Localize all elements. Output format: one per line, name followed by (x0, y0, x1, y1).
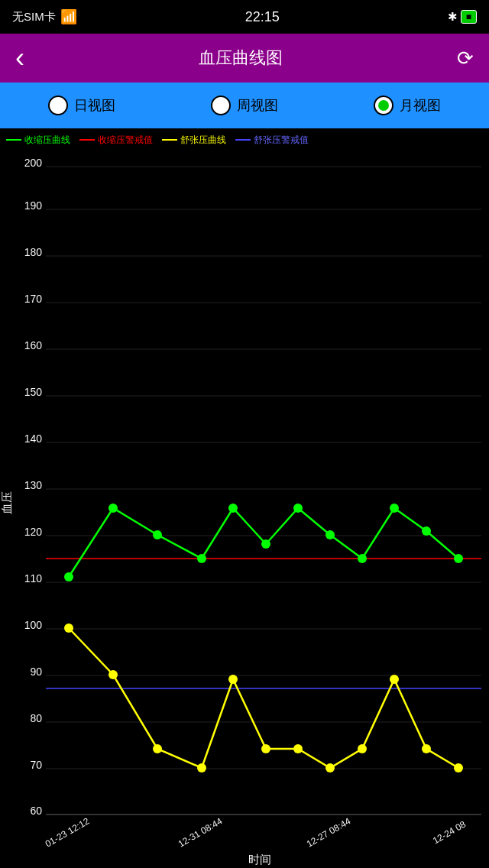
tab-daily[interactable]: 日视图 (48, 96, 115, 115)
status-left: 无SIM卡 📶 (12, 8, 77, 25)
svg-point-18 (153, 530, 162, 539)
tab-monthly[interactable]: 月视图 (374, 96, 441, 115)
y-axis-title: 血压 (0, 491, 13, 514)
legend-systolic-label: 收缩压曲线 (24, 134, 70, 147)
svg-point-19 (197, 554, 206, 563)
legend-diastolic: 舒张压曲线 (162, 134, 226, 147)
legend-diastolic-line (162, 139, 177, 141)
svg-point-39 (454, 763, 463, 772)
svg-point-36 (358, 744, 367, 753)
legend-systolic-warning: 收缩压警戒值 (79, 134, 153, 147)
y-label-60: 60 (30, 805, 42, 817)
svg-point-16 (64, 572, 73, 581)
legend-diastolic-label: 舒张压曲线 (180, 134, 226, 147)
svg-point-17 (108, 504, 118, 513)
nav-bar: ‹ 血压曲线图 ⟳ (0, 34, 489, 83)
legend-diastolic-warning-label: 舒张压警戒值 (254, 134, 309, 147)
svg-point-24 (358, 554, 367, 563)
y-label-110: 110 (24, 572, 43, 585)
radio-daily-inner (53, 100, 63, 111)
y-label-80: 80 (30, 712, 42, 724)
radio-weekly (211, 96, 231, 115)
tab-daily-label: 日视图 (74, 96, 115, 115)
svg-point-30 (153, 744, 162, 753)
svg-point-25 (390, 504, 399, 513)
svg-point-26 (422, 526, 431, 536)
svg-rect-0 (0, 151, 489, 868)
refresh-button[interactable]: ⟳ (457, 47, 474, 70)
svg-point-27 (454, 554, 463, 563)
legend-systolic-warning-label: 收缩压警戒值 (98, 134, 153, 147)
nav-title: 血压曲线图 (199, 47, 283, 70)
y-label-140: 140 (24, 432, 43, 445)
y-label-120: 120 (24, 526, 43, 538)
tab-bar: 日视图 周视图 月视图 (0, 83, 489, 128)
y-label-150: 150 (24, 386, 43, 398)
svg-point-35 (325, 763, 335, 772)
svg-point-32 (228, 675, 238, 684)
svg-point-33 (261, 744, 270, 753)
y-label-90: 90 (30, 666, 42, 678)
svg-point-29 (108, 670, 118, 679)
svg-point-37 (390, 675, 399, 684)
legend-systolic: 收缩压曲线 (6, 134, 70, 147)
tab-monthly-label: 月视图 (400, 96, 441, 115)
y-label-160: 160 (24, 339, 43, 351)
legend-diastolic-warning-line (235, 139, 251, 141)
chart-container: 200 190 180 170 160 150 140 130 120 110 … (0, 151, 489, 868)
battery-icon: ■ (461, 10, 477, 24)
radio-monthly-inner (378, 100, 389, 111)
svg-point-28 (64, 623, 73, 633)
svg-point-23 (325, 530, 335, 539)
legend-systolic-warning-line (79, 139, 95, 141)
chart-svg: 200 190 180 170 160 150 140 130 120 110 … (0, 151, 489, 868)
svg-point-20 (228, 504, 238, 513)
svg-point-21 (261, 539, 270, 549)
svg-point-34 (293, 744, 303, 753)
y-label-170: 170 (24, 293, 43, 305)
y-label-180: 180 (24, 246, 43, 258)
status-right: ✱ ■ (448, 10, 477, 24)
legend-diastolic-warning: 舒张压警戒值 (235, 134, 309, 147)
bluetooth-icon: ✱ (448, 10, 458, 24)
tab-weekly[interactable]: 周视图 (211, 96, 278, 115)
y-label-70: 70 (30, 759, 42, 771)
tab-weekly-label: 周视图 (237, 96, 278, 115)
x-axis-title: 时间 (248, 853, 271, 866)
radio-weekly-inner (215, 100, 226, 111)
carrier-text: 无SIM卡 (12, 10, 56, 24)
legend-systolic-line (6, 139, 21, 141)
svg-point-38 (422, 744, 431, 753)
wifi-icon: 📶 (60, 8, 77, 25)
y-label-100: 100 (24, 619, 43, 631)
radio-monthly (374, 96, 393, 115)
y-label-130: 130 (24, 479, 43, 491)
y-label-190: 190 (24, 199, 43, 212)
svg-point-22 (293, 504, 303, 513)
radio-daily (48, 96, 68, 115)
y-label-200: 200 (24, 157, 43, 169)
legend: 收缩压曲线 收缩压警戒值 舒张压曲线 舒张压警戒值 (0, 128, 489, 151)
back-button[interactable]: ‹ (15, 44, 24, 72)
svg-point-31 (197, 763, 206, 772)
status-time: 22:15 (245, 9, 280, 25)
